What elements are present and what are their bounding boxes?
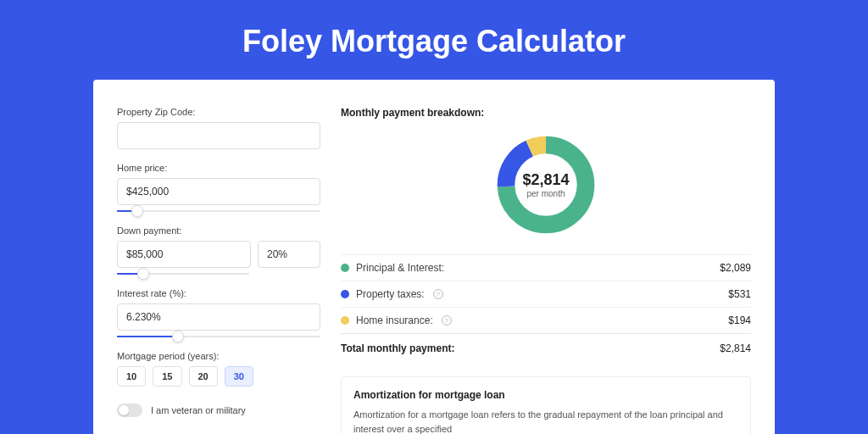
legend-label-total: Total monthly payment:	[341, 342, 454, 354]
interest-input[interactable]	[117, 303, 320, 331]
swatch-taxes	[341, 290, 349, 298]
field-interest: Interest rate (%):	[117, 288, 320, 337]
legend-label-insurance: Home insurance:	[356, 314, 433, 326]
home-price-slider[interactable]	[117, 210, 320, 212]
legend-row-taxes: Property taxes: ? $531	[341, 281, 751, 307]
legend-value-taxes: $531	[728, 288, 751, 300]
period-btn-15[interactable]: 15	[153, 366, 181, 387]
home-price-label: Home price:	[117, 163, 320, 173]
field-home-price: Home price:	[117, 163, 320, 212]
calculator-panel: Property Zip Code: Home price: Down paym…	[93, 80, 775, 434]
donut-sub: per month	[526, 189, 565, 198]
legend-value-principal: $2,089	[720, 262, 751, 274]
results-column: Monthly payment breakdown: $2,814 per mo…	[341, 107, 751, 434]
amortization-title: Amortization for mortgage loan	[353, 389, 738, 401]
down-payment-slider[interactable]	[117, 273, 249, 275]
legend-row-total: Total monthly payment: $2,814	[341, 333, 751, 361]
legend-label-taxes: Property taxes:	[356, 288, 425, 300]
zip-input[interactable]	[117, 122, 320, 149]
amortization-text: Amortization for a mortgage loan refers …	[353, 408, 738, 434]
legend-label-principal: Principal & Interest:	[356, 262, 444, 274]
zip-label: Property Zip Code:	[117, 107, 320, 117]
field-period: Mortgage period (years): 10 15 20 30	[117, 351, 320, 387]
legend-value-total: $2,814	[720, 342, 751, 354]
home-price-input[interactable]	[117, 178, 320, 205]
donut-center: $2,814 per month	[493, 132, 598, 237]
veteran-label: I am veteran or military	[151, 405, 246, 415]
field-down-payment: Down payment:	[117, 225, 320, 275]
interest-slider-thumb[interactable]	[172, 331, 184, 342]
legend-row-insurance: Home insurance: ? $194	[341, 307, 751, 333]
donut-chart: $2,814 per month	[493, 132, 598, 237]
period-btn-20[interactable]: 20	[189, 366, 218, 387]
amortization-section: Amortization for mortgage loan Amortizat…	[341, 376, 751, 434]
period-buttons: 10 15 20 30	[117, 366, 320, 387]
field-veteran: I am veteran or military	[117, 403, 320, 417]
help-icon[interactable]: ?	[433, 289, 443, 299]
swatch-principal	[341, 264, 349, 272]
period-label: Mortgage period (years):	[117, 351, 320, 361]
swatch-insurance	[341, 316, 349, 325]
form-column: Property Zip Code: Home price: Down paym…	[117, 107, 320, 434]
breakdown-title: Monthly payment breakdown:	[341, 107, 751, 119]
down-payment-pct-input[interactable]	[258, 241, 320, 268]
interest-slider[interactable]	[117, 336, 320, 337]
veteran-toggle[interactable]	[117, 403, 142, 417]
legend-value-insurance: $194	[728, 314, 751, 326]
interest-label: Interest rate (%):	[117, 288, 320, 298]
donut-value: $2,814	[522, 171, 569, 189]
field-zip: Property Zip Code:	[117, 107, 320, 149]
interest-slider-fill	[117, 336, 178, 337]
help-icon[interactable]: ?	[442, 315, 452, 326]
donut-chart-wrap: $2,814 per month	[341, 125, 751, 254]
period-btn-30[interactable]: 30	[225, 366, 253, 387]
period-btn-10[interactable]: 10	[117, 366, 146, 387]
down-payment-label: Down payment:	[117, 225, 320, 236]
legend-row-principal: Principal & Interest: $2,089	[341, 254, 751, 281]
down-payment-input[interactable]	[117, 241, 251, 268]
home-price-slider-thumb[interactable]	[131, 205, 143, 217]
veteran-toggle-knob	[119, 405, 129, 415]
down-payment-slider-thumb[interactable]	[137, 268, 149, 280]
page-title: Foley Mortgage Calculator	[0, 0, 868, 80]
